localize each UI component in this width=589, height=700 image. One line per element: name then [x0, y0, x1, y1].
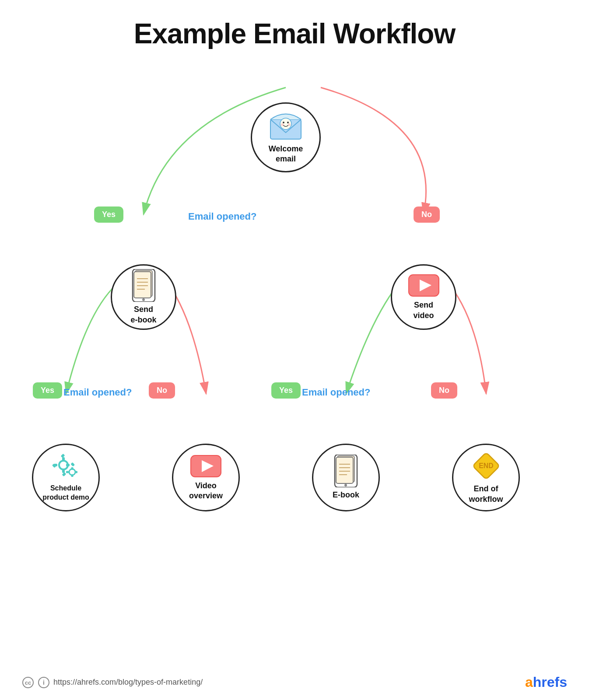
ebook2-icon — [334, 455, 358, 487]
node-ebook2: E-book — [312, 444, 380, 511]
ahrefs-logo: ahrefs — [525, 674, 567, 690]
svg-rect-25 — [70, 462, 75, 467]
welcome-label: Welcome email — [269, 144, 303, 164]
node-end-workflow: END End of workflow — [452, 444, 520, 511]
diagram-area: Welcome email Send e-book Send video — [0, 50, 589, 697]
svg-point-4 — [283, 122, 284, 123]
svg-point-6 — [281, 123, 284, 126]
svg-point-7 — [288, 123, 291, 126]
end-icon: END — [471, 451, 501, 481]
node-welcome: Welcome email — [251, 102, 321, 172]
svg-rect-23 — [61, 454, 65, 458]
question-email-opened-3: Email opened? — [302, 387, 370, 398]
node-schedule-demo: Schedule product demo — [32, 444, 100, 511]
svg-rect-26 — [62, 472, 66, 476]
ebook2-label: E-book — [333, 490, 359, 500]
node-send-ebook: Send e-book — [111, 264, 176, 330]
ebook-icon — [132, 269, 156, 302]
badge-no2: No — [149, 382, 175, 399]
svg-rect-22 — [66, 464, 70, 466]
badge-no1: No — [414, 206, 440, 223]
node-video-overview: Video overview — [172, 444, 240, 511]
video-overview-label: Video overview — [189, 481, 223, 501]
cc-icon: cc — [22, 676, 34, 689]
badge-yes2: Yes — [33, 382, 62, 399]
svg-text:END: END — [479, 462, 493, 469]
svg-rect-28 — [71, 467, 74, 470]
svg-point-5 — [287, 122, 289, 123]
badge-no3: No — [431, 382, 457, 399]
footer: cc i https://ahrefs.com/blog/types-of-ma… — [0, 674, 589, 690]
send-ebook-label: Send e-book — [130, 304, 156, 325]
svg-rect-30 — [66, 471, 69, 473]
footer-url: https://ahrefs.com/blog/types-of-marketi… — [53, 678, 203, 687]
question-email-opened-1: Email opened? — [188, 211, 256, 222]
end-workflow-label: End of workflow — [469, 484, 503, 504]
svg-point-15 — [142, 298, 145, 301]
envelope-icon — [268, 111, 303, 141]
svg-text:cc: cc — [25, 679, 31, 686]
badge-yes1: Yes — [94, 206, 123, 223]
page-title: Example Email Workflow — [0, 0, 589, 50]
svg-rect-29 — [71, 474, 74, 477]
svg-point-27 — [69, 469, 75, 475]
info-icon: i — [38, 676, 50, 689]
question-email-opened-2: Email opened? — [63, 387, 132, 398]
svg-rect-19 — [62, 457, 65, 461]
svg-text:i: i — [43, 679, 45, 686]
gear-icon — [49, 453, 82, 481]
schedule-demo-label: Schedule product demo — [42, 484, 89, 502]
footer-left: cc i https://ahrefs.com/blog/types-of-ma… — [22, 676, 203, 689]
svg-point-41 — [344, 484, 347, 486]
svg-rect-31 — [75, 471, 77, 473]
svg-rect-35 — [336, 457, 353, 483]
node-send-video: Send video — [391, 264, 456, 330]
badge-yes3: Yes — [271, 382, 301, 399]
send-video-label: Send video — [413, 300, 434, 321]
video-icon-send — [407, 273, 440, 298]
svg-rect-9 — [134, 272, 151, 298]
video-icon-overview — [189, 454, 222, 478]
svg-rect-20 — [62, 469, 65, 473]
